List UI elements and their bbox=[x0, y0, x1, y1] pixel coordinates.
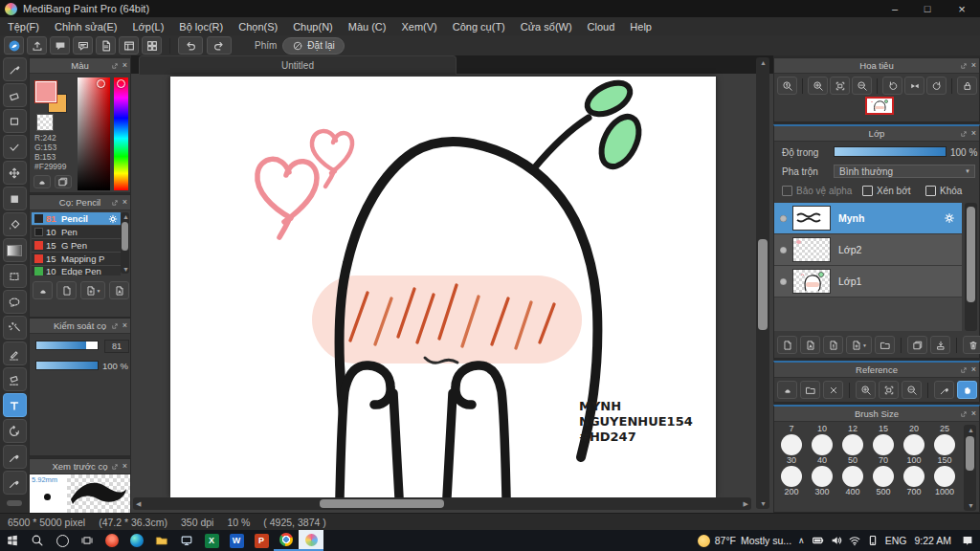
size-option[interactable]: 20 bbox=[899, 424, 929, 433]
move-tool[interactable] bbox=[3, 161, 27, 185]
scroll-up-icon[interactable]: ▲ bbox=[968, 427, 974, 433]
weather-temp[interactable]: 87°F bbox=[715, 535, 736, 546]
clipping-checkbox[interactable]: Xén bớt bbox=[862, 186, 910, 196]
brush-row[interactable]: 15 G Pen bbox=[32, 238, 121, 252]
hue-bar[interactable] bbox=[114, 77, 128, 190]
eraser-tool[interactable] bbox=[3, 83, 27, 107]
word-taskbar-icon[interactable]: W bbox=[224, 530, 249, 551]
add-8bit-layer-button[interactable] bbox=[800, 336, 820, 354]
search-button[interactable] bbox=[25, 530, 50, 551]
ref-fit-button[interactable] bbox=[879, 381, 899, 399]
transparent-color-swatch[interactable] bbox=[36, 114, 54, 131]
cortana-button[interactable] bbox=[50, 530, 75, 551]
zoom-out-button[interactable] bbox=[852, 77, 872, 95]
popout-icon[interactable] bbox=[111, 199, 119, 207]
brush-opacity-slider[interactable] bbox=[35, 361, 99, 370]
close-icon[interactable]: × bbox=[971, 409, 976, 418]
language-indicator[interactable]: ENG bbox=[885, 535, 907, 546]
menu-cloud[interactable]: Cloud bbox=[580, 21, 623, 33]
alpha-lock-checkbox[interactable]: Bảo vệ alpha bbox=[782, 186, 852, 196]
hscrollbar-thumb[interactable] bbox=[320, 499, 444, 508]
saturation-value-picker[interactable] bbox=[78, 77, 110, 190]
gradient-tool[interactable] bbox=[3, 238, 27, 262]
scroll-down-icon[interactable]: ▼ bbox=[122, 266, 129, 273]
merge-layer-button[interactable] bbox=[930, 336, 950, 354]
text-tool[interactable] bbox=[3, 393, 27, 417]
eyedropper-tool[interactable] bbox=[3, 445, 27, 469]
excel-taskbar-icon[interactable]: X bbox=[199, 530, 224, 551]
size-option[interactable]: 25 bbox=[929, 424, 960, 433]
size-option[interactable]: 12 bbox=[837, 424, 868, 433]
palette-button[interactable] bbox=[33, 175, 51, 188]
grid-button[interactable] bbox=[142, 36, 162, 55]
visibility-icon[interactable] bbox=[780, 278, 787, 285]
upload-button[interactable] bbox=[27, 36, 47, 55]
ref-zoom-in-button[interactable] bbox=[856, 381, 876, 399]
menu-layer[interactable]: Lớp(L) bbox=[124, 21, 171, 33]
select-pen-tool[interactable] bbox=[3, 342, 27, 365]
speaker-icon[interactable] bbox=[830, 534, 843, 547]
bucket-tool[interactable] bbox=[3, 212, 27, 236]
brush-size-scrollbar[interactable]: ▲ ▼ bbox=[964, 425, 976, 511]
brush-row[interactable]: 10 Edge Pen bbox=[32, 265, 121, 276]
scrollbar-thumb[interactable] bbox=[966, 436, 974, 471]
select-eraser-tool[interactable] bbox=[3, 367, 27, 391]
size-option[interactable]: 1000 bbox=[929, 465, 960, 496]
zoom-in-button[interactable] bbox=[808, 77, 828, 95]
document-button[interactable] bbox=[96, 36, 116, 55]
layer-opacity-slider[interactable] bbox=[834, 146, 947, 157]
medibang-taskbar-icon[interactable] bbox=[299, 530, 323, 551]
menu-view[interactable]: Xem(V) bbox=[393, 21, 444, 33]
size-option[interactable]: 100 bbox=[899, 433, 929, 465]
close-icon[interactable]: × bbox=[122, 198, 127, 207]
layer-settings-icon[interactable] bbox=[943, 211, 956, 225]
open-file-button[interactable] bbox=[800, 381, 820, 399]
lock-checkbox[interactable]: Khóa bbox=[925, 186, 962, 196]
tool-size-slider[interactable] bbox=[7, 500, 22, 506]
add-special-layer-button[interactable]: ▼ bbox=[846, 336, 872, 354]
duplicate-brush-button[interactable]: ▼ bbox=[80, 281, 105, 299]
size-option[interactable]: 700 bbox=[899, 465, 929, 496]
close-icon[interactable]: × bbox=[971, 365, 976, 374]
color-set-button[interactable] bbox=[55, 175, 72, 188]
canvas-tab[interactable]: Untitled bbox=[139, 55, 457, 75]
fit-screen-button[interactable] bbox=[830, 77, 850, 95]
menu-color[interactable]: Màu (C) bbox=[341, 21, 394, 33]
size-option[interactable]: 10 bbox=[807, 424, 837, 433]
menu-snap[interactable]: Chụp(N) bbox=[285, 21, 341, 33]
scroll-left-icon[interactable]: ◀ bbox=[136, 500, 141, 507]
scrollbar-thumb[interactable] bbox=[967, 207, 975, 302]
scroll-right-icon[interactable]: ▶ bbox=[744, 500, 748, 507]
brush-row[interactable]: 10 Pen bbox=[32, 225, 121, 238]
eyedropper-canvas-tool[interactable] bbox=[3, 471, 27, 495]
task-view-button[interactable] bbox=[75, 530, 100, 551]
cloud-save-button[interactable] bbox=[4, 36, 24, 55]
layer-row-lop2[interactable]: Lớp2 bbox=[774, 234, 962, 266]
sv-picker-marker[interactable] bbox=[97, 79, 105, 88]
size-option[interactable]: 40 bbox=[807, 433, 837, 465]
file-explorer-icon[interactable] bbox=[149, 530, 174, 551]
tray-expand-icon[interactable]: ∧ bbox=[798, 536, 805, 545]
clock[interactable]: 9:22 AM bbox=[914, 535, 951, 546]
close-icon[interactable]: × bbox=[971, 129, 976, 138]
brush-row-selected[interactable]: 81 Pencil bbox=[32, 212, 121, 225]
edge-taskbar-icon[interactable] bbox=[124, 530, 149, 551]
powerpoint-taskbar-icon[interactable]: P bbox=[249, 530, 274, 551]
brush-list-scrollbar[interactable]: ▲ ▼ bbox=[121, 212, 129, 274]
close-icon[interactable]: × bbox=[971, 61, 976, 70]
clear-reference-button[interactable] bbox=[823, 381, 843, 399]
comment-button[interactable] bbox=[50, 36, 70, 55]
ref-eyedropper-button[interactable] bbox=[934, 381, 954, 399]
visibility-icon[interactable] bbox=[780, 215, 787, 222]
popout-icon[interactable] bbox=[960, 130, 968, 138]
brush-settings-icon[interactable] bbox=[107, 213, 119, 225]
popout-icon[interactable] bbox=[111, 322, 119, 330]
delete-layer-button[interactable] bbox=[963, 336, 980, 354]
navigator-thumbnail[interactable] bbox=[865, 97, 894, 115]
menu-help[interactable]: Help bbox=[622, 21, 659, 33]
ref-hand-button[interactable] bbox=[957, 381, 977, 399]
add-folder-button[interactable] bbox=[875, 336, 895, 354]
scroll-up-icon[interactable]: ▲ bbox=[760, 59, 767, 66]
operation-tool[interactable] bbox=[3, 419, 27, 443]
magic-wand-tool[interactable] bbox=[3, 316, 27, 340]
